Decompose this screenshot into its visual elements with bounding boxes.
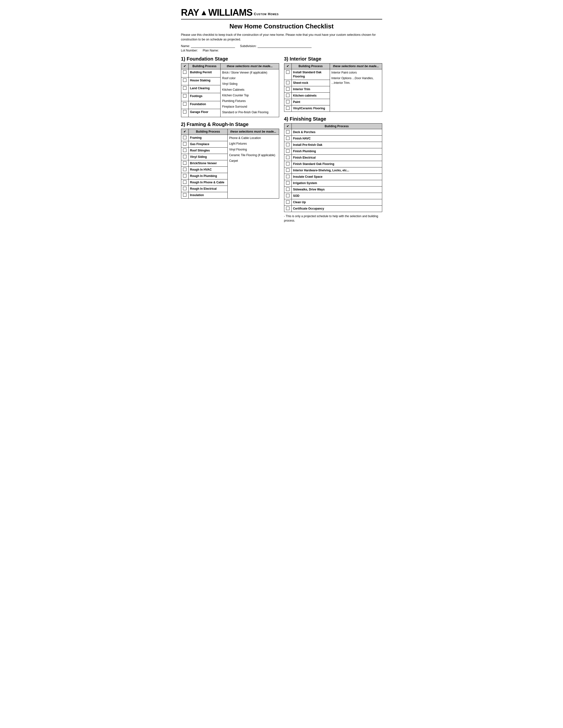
checkbox-cell[interactable]	[284, 92, 292, 99]
checkbox[interactable]	[286, 137, 290, 140]
form-fields-row1: Name: Subdivision:	[181, 44, 382, 48]
checkbox-cell[interactable]	[181, 167, 188, 173]
process-cell: Install Pre-finish Oak	[292, 142, 382, 148]
checkbox-cell[interactable]	[181, 77, 188, 85]
checkbox[interactable]	[183, 70, 186, 74]
process-cell: Land Clearing	[188, 85, 220, 93]
checkbox[interactable]	[183, 161, 186, 165]
col-check-header1: ✔	[181, 63, 188, 69]
checkbox-cell[interactable]	[284, 105, 292, 112]
checkbox[interactable]	[183, 94, 186, 98]
table-row: Finish Electrical	[284, 154, 382, 161]
col-process-header3: Building Process	[292, 63, 330, 69]
checkbox-cell[interactable]	[284, 148, 292, 154]
checkbox-cell[interactable]	[284, 174, 292, 180]
checkbox[interactable]	[183, 102, 186, 106]
checkbox-cell[interactable]	[181, 173, 188, 179]
checkbox[interactable]	[183, 149, 186, 152]
checkbox-cell[interactable]	[181, 192, 188, 199]
checkbox[interactable]	[286, 200, 290, 204]
checkbox[interactable]	[183, 174, 186, 177]
checkbox-cell[interactable]	[284, 99, 292, 105]
checkbox[interactable]	[286, 106, 290, 110]
section2-title: 2) Framing & Rough-In Stage	[181, 122, 279, 127]
checkbox[interactable]	[286, 162, 290, 165]
checkbox-cell[interactable]	[284, 80, 292, 86]
table-row: SOD	[284, 193, 382, 199]
process-cell: Vinyl Siding	[188, 154, 227, 160]
checkbox[interactable]	[286, 188, 290, 191]
checkbox-cell[interactable]	[284, 135, 292, 142]
process-cell: Vinyl/Ceramic Flooring	[292, 105, 330, 112]
checkbox-cell[interactable]	[284, 69, 292, 80]
checkbox[interactable]	[286, 70, 290, 74]
checkbox[interactable]	[286, 81, 290, 84]
subdivision-input[interactable]	[257, 44, 312, 48]
checkbox[interactable]	[286, 207, 290, 210]
subdivision-field[interactable]: Subdivision:	[240, 44, 311, 48]
process-cell: Finish Electrical	[292, 154, 382, 161]
checkbox-cell[interactable]	[181, 141, 188, 148]
checkbox[interactable]	[183, 142, 186, 146]
checkbox[interactable]	[183, 110, 186, 113]
process-cell: Finish Standard Oak Flooring	[292, 161, 382, 167]
checkbox-cell[interactable]	[181, 186, 188, 192]
checkbox-cell[interactable]	[284, 86, 292, 92]
checkbox[interactable]	[286, 143, 290, 146]
checkbox-cell[interactable]	[181, 154, 188, 160]
selections-cell: Brick / Stone Veneer (if applicable)Roof…	[220, 69, 279, 117]
checkbox-cell[interactable]	[284, 205, 292, 212]
checkbox[interactable]	[183, 136, 186, 139]
checkbox[interactable]	[286, 156, 290, 159]
checkbox-cell[interactable]	[284, 180, 292, 186]
checkbox-cell[interactable]	[181, 179, 188, 186]
checkbox[interactable]	[183, 155, 186, 158]
checkbox-cell[interactable]	[181, 148, 188, 154]
process-cell: Certificate Occupancy	[292, 205, 382, 212]
checkbox[interactable]	[286, 168, 290, 172]
plan-field[interactable]: Plan Name:	[203, 49, 218, 52]
lot-field[interactable]: Lot Number:	[181, 49, 198, 52]
checkbox[interactable]	[183, 86, 186, 90]
checkbox[interactable]	[286, 181, 290, 185]
process-cell: Clean Up	[292, 199, 382, 205]
checkbox-cell[interactable]	[284, 129, 292, 135]
checkbox-cell[interactable]	[284, 161, 292, 167]
checkbox[interactable]	[286, 130, 290, 134]
right-column: 3) Interior Stage ✔ Building Process the…	[284, 56, 382, 223]
checkbox[interactable]	[286, 94, 290, 97]
checkbox-cell[interactable]	[181, 160, 188, 167]
process-cell: Insulation	[188, 192, 227, 199]
process-cell: Interior Trim	[292, 86, 330, 92]
checkbox[interactable]	[286, 175, 290, 178]
checkbox-cell[interactable]	[284, 186, 292, 193]
table-row: Interior Hardware-Shelving, Locks, etc..…	[284, 167, 382, 174]
checkbox-cell[interactable]	[181, 101, 188, 109]
col-selections-header1: these selections must be made...	[220, 63, 279, 69]
checkbox[interactable]	[183, 168, 186, 171]
checkbox-cell[interactable]	[181, 85, 188, 93]
checkbox[interactable]	[183, 180, 186, 184]
checkbox-cell[interactable]	[181, 69, 188, 77]
checkbox-cell[interactable]	[284, 154, 292, 161]
name-field[interactable]: Name:	[181, 44, 235, 48]
section3-table: ✔ Building Process these selections must…	[284, 63, 382, 112]
page-title: New Home Construction Checklist	[181, 23, 382, 30]
checkbox[interactable]	[286, 149, 290, 153]
checkbox-cell[interactable]	[181, 135, 188, 141]
checkbox[interactable]	[286, 100, 290, 103]
checkbox[interactable]	[286, 87, 290, 91]
checkbox-cell[interactable]	[284, 193, 292, 199]
checkbox-cell[interactable]	[284, 167, 292, 174]
table-row: Insulate Crawl Space	[284, 174, 382, 180]
checkbox[interactable]	[183, 187, 186, 190]
checkbox-cell[interactable]	[181, 109, 188, 117]
checkbox-cell[interactable]	[181, 93, 188, 101]
checkbox-cell[interactable]	[284, 199, 292, 205]
checkbox-cell[interactable]	[284, 142, 292, 148]
process-cell: Paint	[292, 99, 330, 105]
checkbox[interactable]	[183, 193, 186, 197]
checkbox[interactable]	[183, 78, 186, 82]
checkbox[interactable]	[286, 194, 290, 197]
name-input[interactable]	[191, 44, 235, 48]
